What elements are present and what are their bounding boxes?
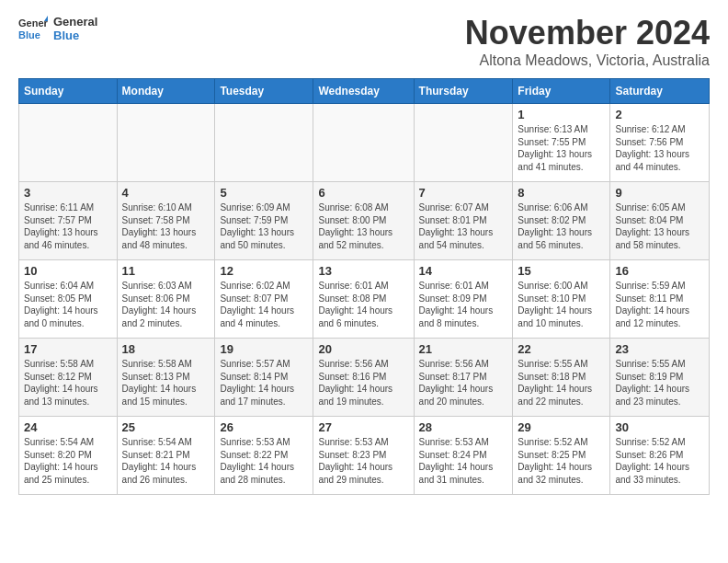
- day-number: 27: [318, 420, 408, 434]
- calendar-cell: 26Sunrise: 5:53 AM Sunset: 8:22 PM Dayli…: [215, 417, 313, 495]
- calendar-cell: 18Sunrise: 5:58 AM Sunset: 8:13 PM Dayli…: [117, 339, 215, 417]
- calendar-cell: 30Sunrise: 5:52 AM Sunset: 8:26 PM Dayli…: [610, 417, 710, 495]
- weekday-header-wednesday: Wednesday: [313, 79, 414, 104]
- calendar-cell: 20Sunrise: 5:56 AM Sunset: 8:16 PM Dayli…: [313, 339, 414, 417]
- calendar-cell: [215, 104, 313, 182]
- day-info: Sunrise: 6:01 AM Sunset: 8:08 PM Dayligh…: [318, 280, 408, 329]
- day-info: Sunrise: 5:53 AM Sunset: 8:24 PM Dayligh…: [419, 436, 508, 486]
- day-number: 15: [518, 264, 605, 278]
- calendar-cell: 17Sunrise: 5:58 AM Sunset: 8:12 PM Dayli…: [19, 339, 118, 417]
- day-number: 6: [318, 186, 408, 200]
- day-info: Sunrise: 6:07 AM Sunset: 8:01 PM Dayligh…: [419, 201, 508, 251]
- day-number: 13: [318, 264, 408, 278]
- calendar-cell: 8Sunrise: 6:06 AM Sunset: 8:02 PM Daylig…: [513, 182, 610, 260]
- day-number: 23: [615, 342, 704, 356]
- calendar-cell: 3Sunrise: 6:11 AM Sunset: 7:57 PM Daylig…: [19, 182, 118, 260]
- weekday-header-thursday: Thursday: [414, 79, 513, 104]
- day-number: 18: [122, 342, 210, 356]
- day-info: Sunrise: 5:55 AM Sunset: 8:18 PM Dayligh…: [518, 358, 605, 408]
- day-number: 26: [220, 420, 308, 434]
- calendar-cell: [117, 104, 215, 182]
- logo-icon: General Blue: [18, 14, 48, 43]
- calendar-cell: 13Sunrise: 6:01 AM Sunset: 8:08 PM Dayli…: [313, 260, 414, 339]
- weekday-header-sunday: Sunday: [19, 79, 118, 104]
- svg-text:Blue: Blue: [18, 29, 40, 40]
- weekday-header-tuesday: Tuesday: [215, 79, 313, 104]
- day-info: Sunrise: 5:54 AM Sunset: 8:20 PM Dayligh…: [24, 436, 112, 486]
- day-info: Sunrise: 6:10 AM Sunset: 7:58 PM Dayligh…: [122, 201, 210, 251]
- calendar-cell: 12Sunrise: 6:02 AM Sunset: 8:07 PM Dayli…: [215, 260, 313, 339]
- weekday-header-saturday: Saturday: [610, 79, 710, 104]
- weekday-header-friday: Friday: [513, 79, 610, 104]
- day-number: 29: [518, 420, 605, 434]
- calendar-cell: 5Sunrise: 6:09 AM Sunset: 7:59 PM Daylig…: [215, 182, 313, 260]
- day-info: Sunrise: 6:08 AM Sunset: 8:00 PM Dayligh…: [318, 201, 408, 251]
- calendar-cell: 15Sunrise: 6:00 AM Sunset: 8:10 PM Dayli…: [513, 260, 610, 339]
- day-info: Sunrise: 6:04 AM Sunset: 8:05 PM Dayligh…: [24, 280, 112, 329]
- calendar-table: SundayMondayTuesdayWednesdayThursdayFrid…: [18, 78, 710, 495]
- day-info: Sunrise: 6:02 AM Sunset: 8:07 PM Dayligh…: [220, 280, 308, 329]
- day-number: 21: [419, 342, 508, 356]
- day-number: 1: [518, 108, 605, 121]
- day-number: 19: [220, 342, 308, 356]
- calendar-cell: 11Sunrise: 6:03 AM Sunset: 8:06 PM Dayli…: [117, 260, 215, 339]
- calendar-cell: 1Sunrise: 6:13 AM Sunset: 7:55 PM Daylig…: [513, 104, 610, 182]
- day-info: Sunrise: 5:53 AM Sunset: 8:22 PM Dayligh…: [220, 436, 308, 486]
- calendar-cell: 4Sunrise: 6:10 AM Sunset: 7:58 PM Daylig…: [117, 182, 215, 260]
- day-number: 9: [615, 186, 704, 200]
- week-row-5: 24Sunrise: 5:54 AM Sunset: 8:20 PM Dayli…: [19, 417, 710, 495]
- day-number: 2: [615, 108, 704, 121]
- day-number: 10: [24, 264, 112, 278]
- logo-blue-text: Blue: [53, 29, 97, 42]
- day-info: Sunrise: 5:58 AM Sunset: 8:12 PM Dayligh…: [24, 358, 112, 408]
- week-row-4: 17Sunrise: 5:58 AM Sunset: 8:12 PM Dayli…: [19, 339, 710, 417]
- page-header: General Blue General Blue November 2024 …: [18, 14, 710, 69]
- calendar-cell: 7Sunrise: 6:07 AM Sunset: 8:01 PM Daylig…: [414, 182, 513, 260]
- calendar-page: General Blue General Blue November 2024 …: [0, 0, 728, 563]
- day-info: Sunrise: 6:13 AM Sunset: 7:55 PM Dayligh…: [518, 123, 605, 173]
- day-number: 28: [419, 420, 508, 434]
- day-number: 3: [24, 186, 112, 200]
- calendar-cell: 21Sunrise: 5:56 AM Sunset: 8:17 PM Dayli…: [414, 339, 513, 417]
- day-info: Sunrise: 6:11 AM Sunset: 7:57 PM Dayligh…: [24, 201, 112, 251]
- calendar-cell: 10Sunrise: 6:04 AM Sunset: 8:05 PM Dayli…: [19, 260, 118, 339]
- week-row-3: 10Sunrise: 6:04 AM Sunset: 8:05 PM Dayli…: [19, 260, 710, 339]
- day-number: 14: [419, 264, 508, 278]
- day-number: 20: [318, 342, 408, 356]
- day-number: 22: [518, 342, 605, 356]
- day-number: 25: [122, 420, 210, 434]
- day-info: Sunrise: 6:09 AM Sunset: 7:59 PM Dayligh…: [220, 201, 308, 251]
- logo: General Blue General Blue: [18, 14, 97, 43]
- calendar-cell: 25Sunrise: 5:54 AM Sunset: 8:21 PM Dayli…: [117, 417, 215, 495]
- day-info: Sunrise: 5:57 AM Sunset: 8:14 PM Dayligh…: [220, 358, 308, 408]
- calendar-cell: 19Sunrise: 5:57 AM Sunset: 8:14 PM Dayli…: [215, 339, 313, 417]
- location-subtitle: Altona Meadows, Victoria, Australia: [465, 52, 710, 69]
- day-info: Sunrise: 6:03 AM Sunset: 8:06 PM Dayligh…: [122, 280, 210, 329]
- calendar-cell: [19, 104, 118, 182]
- svg-text:General: General: [18, 17, 48, 29]
- logo-general-text: General: [53, 15, 97, 29]
- day-info: Sunrise: 6:06 AM Sunset: 8:02 PM Dayligh…: [518, 201, 605, 251]
- day-info: Sunrise: 6:01 AM Sunset: 8:09 PM Dayligh…: [419, 280, 508, 329]
- day-info: Sunrise: 6:12 AM Sunset: 7:56 PM Dayligh…: [615, 123, 704, 173]
- main-title: November 2024: [465, 14, 710, 52]
- day-info: Sunrise: 5:56 AM Sunset: 8:16 PM Dayligh…: [318, 358, 408, 408]
- calendar-cell: 22Sunrise: 5:55 AM Sunset: 8:18 PM Dayli…: [513, 339, 610, 417]
- weekday-header-row: SundayMondayTuesdayWednesdayThursdayFrid…: [19, 79, 710, 104]
- day-number: 17: [24, 342, 112, 356]
- day-number: 7: [419, 186, 508, 200]
- calendar-cell: 27Sunrise: 5:53 AM Sunset: 8:23 PM Dayli…: [313, 417, 414, 495]
- day-number: 11: [122, 264, 210, 278]
- day-info: Sunrise: 6:05 AM Sunset: 8:04 PM Dayligh…: [615, 201, 704, 251]
- day-number: 30: [615, 420, 704, 434]
- day-number: 12: [220, 264, 308, 278]
- calendar-cell: 16Sunrise: 5:59 AM Sunset: 8:11 PM Dayli…: [610, 260, 710, 339]
- calendar-cell: 29Sunrise: 5:52 AM Sunset: 8:25 PM Dayli…: [513, 417, 610, 495]
- day-info: Sunrise: 5:53 AM Sunset: 8:23 PM Dayligh…: [318, 436, 408, 486]
- day-info: Sunrise: 5:59 AM Sunset: 8:11 PM Dayligh…: [615, 280, 704, 329]
- day-info: Sunrise: 5:56 AM Sunset: 8:17 PM Dayligh…: [419, 358, 508, 408]
- calendar-cell: 28Sunrise: 5:53 AM Sunset: 8:24 PM Dayli…: [414, 417, 513, 495]
- calendar-cell: 14Sunrise: 6:01 AM Sunset: 8:09 PM Dayli…: [414, 260, 513, 339]
- day-number: 8: [518, 186, 605, 200]
- day-number: 24: [24, 420, 112, 434]
